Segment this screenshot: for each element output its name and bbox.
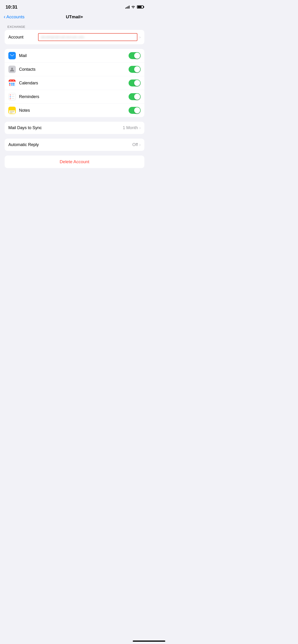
automatic-reply-card: Automatic Reply Off › — [5, 139, 144, 151]
calendars-toggle[interactable] — [129, 80, 141, 86]
battery-icon — [137, 5, 143, 8]
reminders-toggle-knob — [134, 94, 140, 100]
calendars-icon — [8, 79, 16, 87]
contacts-toggle-knob — [134, 66, 140, 72]
mail-days-chevron-icon: › — [139, 126, 141, 130]
status-bar: 10:31 — [0, 0, 149, 12]
delete-account-card: Delete Account — [5, 156, 144, 168]
notes-icon — [8, 107, 16, 114]
wifi-icon — [131, 5, 135, 9]
back-chevron-icon: ‹ — [4, 14, 5, 20]
back-label: Accounts — [6, 14, 24, 20]
contacts-icon — [8, 66, 16, 73]
reminders-icon — [8, 93, 16, 100]
mail-label: Mail — [19, 53, 129, 58]
signal-icon — [125, 5, 130, 8]
notes-toggle[interactable] — [129, 107, 141, 114]
account-label: Account — [8, 35, 36, 40]
reminders-row[interactable]: Reminders — [5, 90, 144, 104]
account-chevron-icon: › — [139, 35, 141, 40]
contacts-toggle[interactable] — [129, 66, 141, 73]
automatic-reply-value: Off — [132, 142, 138, 147]
mail-toggle[interactable] — [129, 52, 141, 59]
account-card: Account abcdefgh@mail.domain.edu › — [5, 30, 144, 44]
account-value-blurred: abcdefgh@mail.domain.edu — [41, 35, 84, 39]
delete-account-row[interactable]: Delete Account — [5, 156, 144, 168]
notes-toggle-knob — [134, 107, 140, 113]
status-time: 10:31 — [6, 4, 18, 10]
mail-toggle-knob — [134, 52, 140, 59]
automatic-reply-row[interactable]: Automatic Reply Off › — [5, 139, 144, 151]
mail-icon — [8, 52, 16, 59]
services-card: Mail Contacts — [5, 49, 144, 117]
automatic-reply-chevron-icon: › — [139, 142, 141, 147]
nav-title: UTmail+ — [66, 14, 83, 20]
mail-days-label: Mail Days to Sync — [8, 126, 123, 130]
notes-label: Notes — [19, 108, 129, 113]
calendars-toggle-knob — [134, 80, 140, 86]
reminders-toggle[interactable] — [129, 93, 141, 100]
account-value-box: abcdefgh@mail.domain.edu — [38, 33, 137, 41]
contacts-row[interactable]: Contacts — [5, 62, 144, 76]
svg-rect-0 — [10, 54, 15, 57]
reminders-label: Reminders — [19, 94, 129, 99]
calendars-row[interactable]: Calendars — [5, 76, 144, 90]
automatic-reply-label: Automatic Reply — [8, 142, 132, 147]
contacts-label: Contacts — [19, 67, 129, 72]
notes-row[interactable]: Notes — [5, 104, 144, 117]
delete-account-label[interactable]: Delete Account — [60, 159, 89, 164]
mail-days-card: Mail Days to Sync 1 Month › — [5, 122, 144, 134]
section-label: EXCHANGE — [0, 23, 149, 30]
nav-bar: ‹ Accounts UTmail+ — [0, 12, 149, 23]
mail-row[interactable]: Mail — [5, 49, 144, 62]
svg-point-2 — [11, 68, 13, 70]
calendars-label: Calendars — [19, 81, 129, 86]
account-row[interactable]: Account abcdefgh@mail.domain.edu › — [5, 30, 144, 44]
back-button[interactable]: ‹ Accounts — [4, 14, 24, 20]
mail-days-row[interactable]: Mail Days to Sync 1 Month › — [5, 122, 144, 134]
status-icons — [125, 5, 143, 9]
mail-days-value: 1 Month — [123, 126, 138, 130]
